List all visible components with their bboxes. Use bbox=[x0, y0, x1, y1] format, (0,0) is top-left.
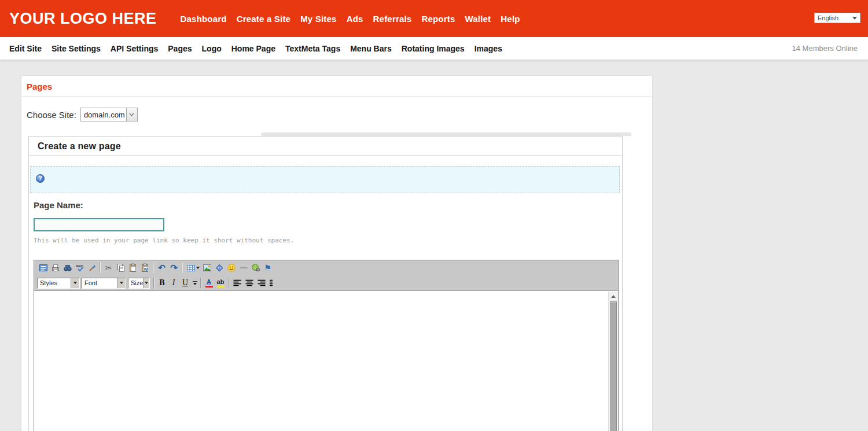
undo-button[interactable]: ↶ bbox=[156, 262, 168, 274]
italic-button[interactable]: I bbox=[168, 277, 179, 289]
subnav-edit-site[interactable]: Edit Site bbox=[9, 44, 42, 53]
page-name-input[interactable] bbox=[34, 218, 164, 231]
spell-check-icon: ABC bbox=[75, 263, 84, 272]
horizontal-rule-icon bbox=[239, 263, 248, 272]
chevron-down-icon bbox=[71, 278, 79, 288]
nav-dashboard[interactable]: Dashboard bbox=[181, 14, 227, 24]
page-name-help-text: This will be used in your page link so k… bbox=[34, 237, 294, 244]
cut-button[interactable]: ✂ bbox=[102, 262, 115, 274]
align-left-button[interactable] bbox=[231, 277, 243, 289]
insert-link-button[interactable] bbox=[249, 262, 262, 274]
toolbar-separator bbox=[153, 278, 155, 288]
insert-image-icon bbox=[203, 263, 212, 272]
insert-image-button[interactable] bbox=[201, 262, 213, 274]
source-icon bbox=[39, 263, 48, 272]
align-right-button[interactable] bbox=[255, 277, 267, 289]
paste-icon bbox=[128, 263, 138, 272]
chevron-down-icon bbox=[143, 278, 149, 288]
nav-help[interactable]: Help bbox=[501, 14, 520, 24]
anchor-button[interactable]: ⚑ bbox=[262, 262, 274, 274]
paste-button[interactable] bbox=[127, 262, 139, 274]
cut-icon: ✂ bbox=[105, 264, 112, 272]
copy-icon bbox=[116, 263, 126, 272]
highlight-color-button[interactable]: ab bbox=[215, 277, 226, 289]
site-logo[interactable]: YOUR LOGO HERE bbox=[9, 10, 157, 28]
site-select-value: domain.com bbox=[81, 110, 126, 119]
align-left-icon bbox=[233, 278, 242, 288]
more-formats-combo[interactable] bbox=[191, 277, 198, 289]
paste-from-word-button[interactable]: W bbox=[139, 262, 151, 274]
chevron-down-icon bbox=[852, 17, 857, 20]
source-button[interactable] bbox=[37, 262, 49, 274]
arrow-up-icon bbox=[611, 295, 616, 298]
nav-my-sites[interactable]: My Sites bbox=[300, 14, 336, 24]
site-select[interactable]: domain.com bbox=[80, 108, 138, 121]
undo-icon: ↶ bbox=[158, 263, 165, 273]
subnav-api-settings[interactable]: API Settings bbox=[111, 44, 158, 53]
subnav-home-page[interactable]: Home Page bbox=[231, 44, 275, 53]
size-select[interactable]: Size bbox=[128, 278, 150, 289]
subnav-rotating-images[interactable]: Rotating Images bbox=[402, 44, 465, 53]
subnav-logo[interactable]: Logo bbox=[202, 44, 222, 53]
wysiwyg-editor: ABC ✂ W ↶ ↷ bbox=[34, 260, 619, 431]
insert-flash-button[interactable] bbox=[213, 262, 225, 274]
top-header: YOUR LOGO HERE Dashboard Create a Site M… bbox=[0, 0, 868, 37]
text-color-button[interactable]: A bbox=[203, 277, 215, 289]
create-page-panel: Create a new page ? Page Name: This will… bbox=[28, 136, 623, 431]
highlight-color-icon: ab bbox=[217, 279, 225, 285]
horizontal-rule-button[interactable] bbox=[237, 262, 249, 274]
editor-toolbar-row1: ABC ✂ W ↶ ↷ bbox=[34, 260, 618, 275]
copy-button[interactable] bbox=[115, 262, 127, 274]
subnav-images[interactable]: Images bbox=[475, 44, 502, 53]
nav-reports[interactable]: Reports bbox=[421, 14, 455, 24]
nav-referrals[interactable]: Referrals bbox=[373, 14, 412, 24]
insert-flash-icon bbox=[215, 263, 224, 272]
toolbar-separator bbox=[200, 278, 201, 288]
bold-button[interactable]: B bbox=[156, 277, 168, 289]
toolbar-separator bbox=[228, 278, 229, 288]
print-icon bbox=[51, 263, 60, 272]
scrollbar-thumb[interactable] bbox=[610, 301, 617, 431]
panel-title: Create a new page bbox=[29, 137, 622, 156]
format-brush-button[interactable] bbox=[86, 262, 98, 274]
insert-table-button[interactable] bbox=[185, 262, 201, 274]
scrollbar-up-button[interactable] bbox=[609, 292, 618, 301]
editor-scrollbar[interactable] bbox=[608, 292, 618, 431]
editor-content-area[interactable] bbox=[34, 290, 618, 431]
align-center-icon bbox=[245, 278, 254, 288]
underline-button[interactable]: U bbox=[179, 277, 191, 289]
text-color-bar bbox=[205, 286, 213, 288]
insert-table-icon bbox=[186, 263, 196, 272]
redo-button[interactable]: ↷ bbox=[168, 262, 180, 274]
subnav-pages[interactable]: Pages bbox=[168, 44, 192, 53]
print-button[interactable] bbox=[49, 262, 61, 274]
insert-smiley-button[interactable] bbox=[225, 262, 237, 274]
nav-ads[interactable]: Ads bbox=[347, 14, 363, 24]
find-icon bbox=[63, 263, 72, 272]
main-nav: Dashboard Create a Site My Sites Ads Ref… bbox=[181, 14, 520, 24]
subnav-items: Edit Site Site Settings API Settings Pag… bbox=[9, 44, 502, 53]
find-button[interactable] bbox=[61, 262, 73, 274]
styles-select[interactable]: Styles bbox=[37, 278, 80, 289]
members-online-status: 14 Members Online bbox=[792, 37, 858, 60]
toolbar-separator bbox=[182, 263, 183, 273]
subnav-menu-bars[interactable]: Menu Bars bbox=[350, 44, 392, 53]
language-select[interactable]: English bbox=[814, 13, 860, 23]
overline-bar bbox=[193, 281, 197, 282]
justify-button[interactable] bbox=[267, 277, 275, 289]
font-select-label: Font bbox=[82, 279, 117, 286]
help-icon[interactable]: ? bbox=[36, 174, 45, 183]
insert-smiley-icon bbox=[227, 263, 236, 272]
site-subnav: Edit Site Site Settings API Settings Pag… bbox=[0, 37, 868, 60]
align-center-button[interactable] bbox=[243, 277, 255, 289]
editor-toolbar-row2: Styles Font Size B I U bbox=[34, 275, 618, 290]
font-select[interactable]: Font bbox=[82, 278, 126, 289]
subnav-site-settings[interactable]: Site Settings bbox=[52, 44, 101, 53]
subnav-textmeta-tags[interactable]: TextMeta Tags bbox=[285, 44, 340, 53]
chevron-down-icon bbox=[196, 267, 200, 269]
nav-wallet[interactable]: Wallet bbox=[465, 14, 491, 24]
page-title: Pages bbox=[21, 76, 652, 97]
choose-site-label: Choose Site: bbox=[27, 110, 76, 120]
nav-create-a-site[interactable]: Create a Site bbox=[237, 14, 290, 24]
spell-check-button[interactable]: ABC bbox=[73, 262, 86, 274]
